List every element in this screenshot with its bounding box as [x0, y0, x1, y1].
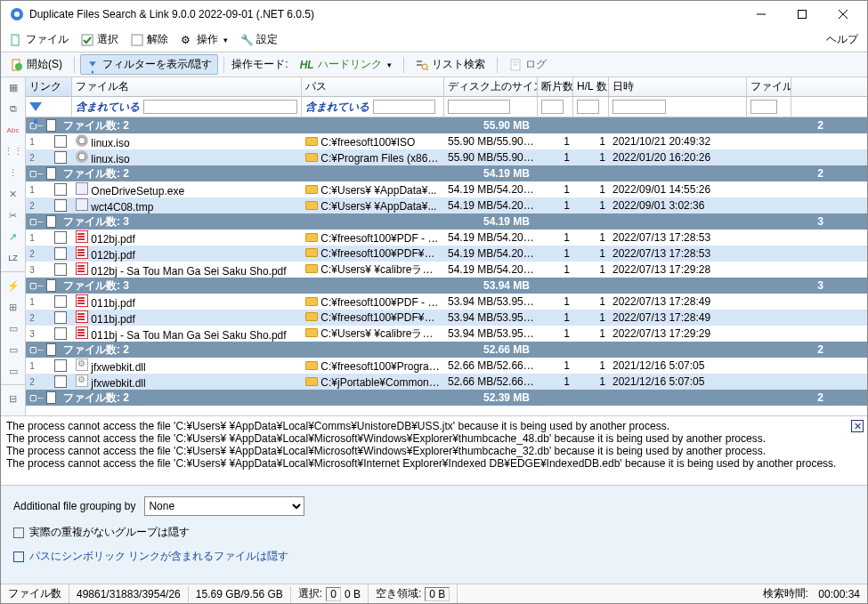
vtb-btn[interactable]: ✕ [4, 186, 22, 202]
col-fragments[interactable]: 断片数 [538, 77, 573, 96]
mode-label: 操作モード: [230, 57, 289, 72]
file-row[interactable]: 1 OneDriveSetup.exe C:¥Users¥ ¥AppData¥.… [26, 181, 867, 197]
col-hl[interactable]: H/L 数 [573, 77, 609, 96]
grid-body[interactable]: ▢─ファイル数: 255.90 MB21 linux.iso C:¥freeso… [26, 117, 867, 415]
file-row[interactable]: 3 012bj - Sa Tou Man Ga Sei Saku Sho.pdf… [26, 262, 867, 278]
column-headers: リンク ファイル名 パス ディスク上のサイズ 断片数 H/L 数 日時 ファイル… [26, 77, 867, 97]
deselect-icon [131, 34, 143, 46]
filter-date-input[interactable] [612, 100, 666, 114]
folder-icon [305, 297, 318, 306]
vtb-btn[interactable]: ⋮⋮ [4, 143, 22, 159]
grouping-label: Additional file grouping by [13, 500, 135, 512]
menu-file[interactable]: ファイル [4, 29, 74, 50]
folder-icon [305, 153, 318, 162]
menu-help[interactable]: ヘルプ [821, 29, 864, 50]
vtb-btn[interactable]: ⊞ [4, 299, 22, 315]
chevron-down-icon: ▾ [223, 36, 228, 44]
file-row[interactable]: 1 jfxwebkit.dll C:¥freesoft100¥Program F… [26, 358, 867, 374]
folder-icon [305, 201, 318, 210]
group-header[interactable]: ▢─ファイル数: 353.94 MB3 [26, 278, 867, 294]
folder-icon [305, 233, 318, 242]
col-size[interactable]: ディスク上のサイズ [444, 77, 538, 96]
file-row[interactable]: 2 linux.iso C:¥Program Files (x86)¥VMw..… [26, 149, 867, 165]
filter-filename-input[interactable] [143, 100, 297, 114]
menu-settings[interactable]: 🔧設定 [235, 29, 283, 50]
filter-path-input[interactable] [373, 100, 435, 114]
filter-toggle-button[interactable]: フィルターを表示/隠す [80, 54, 218, 75]
app-icon [10, 7, 24, 21]
file-row[interactable]: 1 linux.iso C:¥freesoft100¥ISO55.90 MB/5… [26, 133, 867, 149]
vtb-sep [1, 271, 25, 272]
log-icon [509, 59, 522, 71]
svg-rect-3 [799, 11, 807, 19]
vtb-btn[interactable]: ▦ [4, 79, 22, 95]
vtb-btn[interactable]: Abc [4, 122, 22, 138]
menu-select[interactable]: 選択 [76, 29, 124, 50]
file-row[interactable]: 2 012bj.pdf C:¥freesoft100¥PDF¥ブラック...54… [26, 246, 867, 262]
filter-hl-input[interactable] [577, 100, 599, 114]
group-header[interactable]: ▢─ファイル数: 254.19 MB2 [26, 165, 867, 181]
vtb-btn[interactable]: LZ [4, 250, 22, 266]
hide-nodup-checkbox[interactable]: 実際の重複がないグループは隠す [13, 525, 855, 540]
group-header[interactable]: ▢─ファイル数: 255.90 MB2 [26, 117, 867, 133]
col-filecount[interactable]: ファイル数 [747, 77, 791, 96]
select-icon [81, 34, 93, 46]
col-link[interactable]: リンク [26, 77, 72, 96]
vtb-btn[interactable]: ⊟ [4, 391, 22, 407]
vtb-btn[interactable]: ▭ [4, 363, 22, 379]
start-button[interactable]: 開始(S) [4, 54, 69, 75]
file-row[interactable]: 2 011bj.pdf C:¥freesoft100¥PDF¥ブラック...53… [26, 310, 867, 326]
wrench-icon: 🔧 [240, 34, 253, 46]
file-row[interactable]: 3 011bj - Sa Tou Man Ga Sei Saku Sho.pdf… [26, 326, 867, 342]
hardlink-mode-button[interactable]: HLハードリンク▾ [294, 54, 398, 75]
svg-rect-12 [417, 64, 422, 66]
log-line: The process cannot access the file 'C:¥U… [6, 457, 862, 470]
filter-frag-input[interactable] [541, 100, 564, 114]
chevron-down-icon: ▾ [387, 60, 392, 69]
filter-size-input[interactable] [448, 100, 510, 114]
log-panel: ✕ The process cannot access the file 'C:… [1, 416, 867, 486]
vtb-btn[interactable]: ⚡ [4, 278, 22, 294]
log-close-button[interactable]: ✕ [851, 420, 864, 432]
iso-icon [76, 150, 88, 163]
vtb-sep [1, 384, 25, 385]
results-grid: リンク ファイル名 パス ディスク上のサイズ 断片数 H/L 数 日時 ファイル… [26, 77, 867, 415]
group-header[interactable]: ▢─ファイル数: 252.66 MB2 [26, 342, 867, 358]
close-button[interactable] [823, 1, 864, 28]
exe-icon [76, 182, 88, 195]
grouping-select[interactable]: None [144, 496, 304, 516]
col-filename[interactable]: ファイル名 [72, 77, 302, 96]
folder-icon [305, 185, 318, 194]
col-path[interactable]: パス [302, 77, 444, 96]
menu-action[interactable]: ⚙操作▾ [175, 29, 233, 50]
svg-line-14 [426, 68, 428, 70]
list-search-button[interactable]: リスト検索 [410, 54, 491, 75]
log-button[interactable]: ログ [503, 54, 553, 75]
dll-icon [76, 374, 88, 387]
vertical-toolbar: ▦ ⧉ Abc ⋮⋮ ⋮ ✕ ✂ ↗ LZ ⚡ ⊞ ▭ ▭ ▭ ⊟ [1, 77, 26, 415]
maximize-button[interactable] [782, 1, 823, 28]
file-row[interactable]: 2 wct4C08.tmp C:¥Users¥ ¥AppData¥...54.1… [26, 197, 867, 213]
menu-deselect[interactable]: 解除 [126, 29, 174, 50]
file-row[interactable]: 1 011bj.pdf C:¥freesoft100¥PDF - FBack..… [26, 294, 867, 310]
hide-symlink-checkbox[interactable]: パスにシンボリック リンクが含まれるファイルは隠す [13, 549, 855, 564]
vtb-btn[interactable]: ⋮ [4, 165, 22, 181]
filter-fcnt-input[interactable] [750, 100, 777, 114]
pdf-icon [76, 326, 88, 339]
vtb-btn[interactable]: ✂ [4, 207, 22, 223]
filter-funnel[interactable] [26, 97, 72, 117]
vtb-btn[interactable]: ▭ [4, 342, 22, 358]
vtb-btn[interactable]: ↗ [4, 229, 22, 245]
minimize-button[interactable] [741, 1, 782, 28]
vtb-btn[interactable]: ▭ [4, 320, 22, 336]
group-header[interactable]: ▢─ファイル数: 354.19 MB3 [26, 213, 867, 230]
gear-icon: ⚙ [181, 34, 193, 46]
log-line: The process cannot access the file 'C:¥U… [6, 420, 862, 432]
list-search-icon [416, 59, 428, 71]
group-header[interactable]: ▢─ファイル数: 252.39 MB2 [26, 390, 867, 406]
svg-rect-8 [132, 35, 142, 45]
vtb-btn[interactable]: ⧉ [4, 101, 22, 117]
file-row[interactable]: 1 012bj.pdf C:¥freesoft100¥PDF - FBack..… [26, 230, 867, 246]
col-date[interactable]: 日時 [609, 77, 747, 96]
file-row[interactable]: 2 jfxwebkit.dll C:¥jPortable¥CommonFiles… [26, 374, 867, 390]
